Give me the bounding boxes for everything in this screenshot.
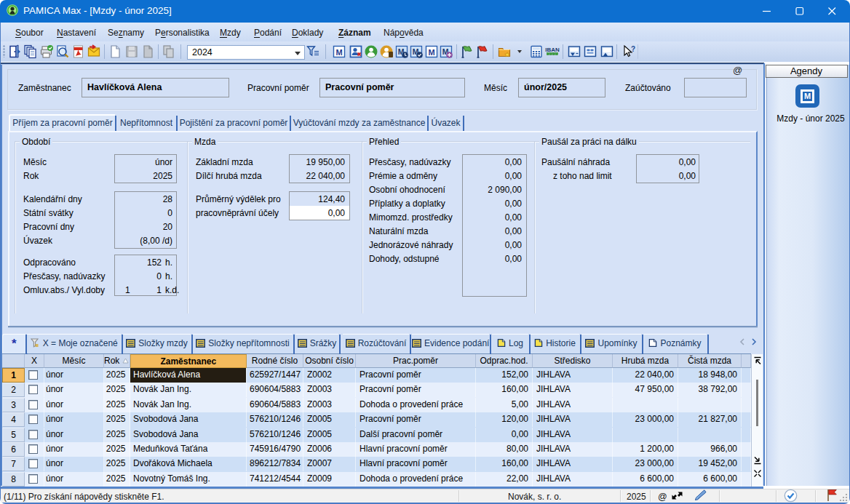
svg-text:IBAN: IBAN [545, 47, 560, 53]
svg-text:?: ? [631, 45, 635, 53]
svg-text:M: M [428, 48, 434, 57]
svg-text:M: M [335, 48, 342, 57]
